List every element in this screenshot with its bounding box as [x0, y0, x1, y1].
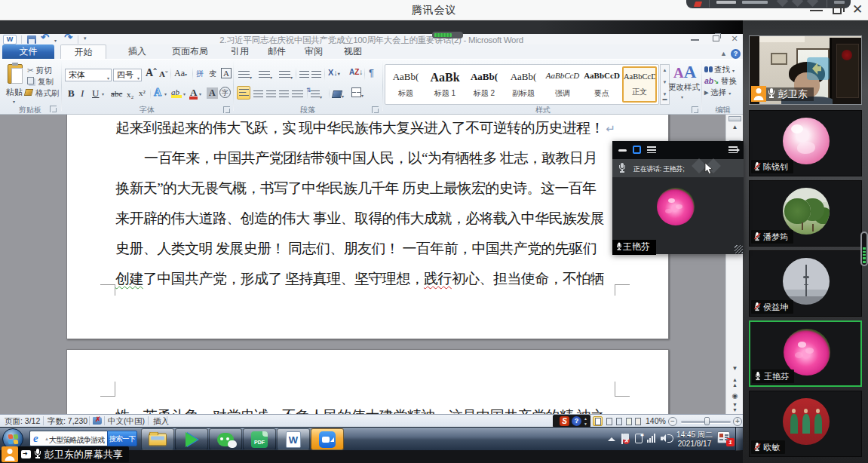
participant-tile[interactable]: 潘梦筠 [749, 180, 862, 247]
taskbar-meeting-button[interactable] [311, 428, 344, 450]
tab-mailings[interactable]: 邮件 [259, 44, 295, 59]
volume-icon[interactable] [661, 434, 671, 443]
language-indicator[interactable]: 中文(中国) [108, 416, 145, 426]
collapse-icon[interactable]: ▼ [584, 422, 587, 426]
annotation-tool-icon[interactable] [792, 0, 804, 7]
gallery-more-icon[interactable]: ▼▬ [661, 92, 669, 101]
word-count[interactable]: 字数: 7,230 [48, 416, 87, 426]
word-minimize-button[interactable] [691, 39, 699, 41]
show-desktop-button[interactable] [735, 428, 743, 451]
tab-file[interactable]: 文件 [2, 44, 54, 59]
text-effects-dropdown[interactable]: ▾ [164, 91, 167, 97]
font-color-dropdown[interactable]: ▾ [199, 91, 201, 97]
style-normal-selected[interactable]: AaBbCcDd正文 [622, 66, 657, 103]
panel-resize-handle[interactable] [735, 245, 743, 253]
increase-indent-button[interactable] [311, 69, 321, 82]
character-shading-button[interactable]: A [207, 87, 218, 99]
participant-tile[interactable]: 侯益坤 [749, 250, 862, 317]
search-text[interactable]: 大型策略战争游戏 [49, 435, 105, 446]
tab-insert[interactable]: 插入 [119, 44, 155, 59]
styles-dialog-launcher[interactable] [692, 106, 698, 113]
taskbar-video-app-button[interactable] [175, 428, 208, 450]
shrink-font-button[interactable]: Aˇ [159, 69, 168, 78]
borders-button[interactable]: ▾ [351, 87, 363, 100]
change-styles-dropdown[interactable]: ▾ [681, 94, 683, 100]
shading-button[interactable]: ▾ [333, 87, 344, 101]
asian-layout-button[interactable]: X↓▾ [328, 68, 340, 77]
show-marks-button[interactable]: ¶ [369, 67, 374, 78]
decrease-indent-button[interactable] [299, 69, 309, 82]
multilevel-list-button[interactable]: ▾ [279, 69, 293, 82]
phonetic-guide-button[interactable]: 拼 [196, 69, 204, 79]
web-layout-view-button[interactable] [614, 416, 624, 426]
underline-dropdown[interactable]: ▾ [102, 91, 104, 97]
gallery-up-icon[interactable]: ▲ [661, 68, 669, 72]
font-color-button[interactable]: A [190, 87, 197, 99]
numbering-button[interactable]: ▾ [259, 69, 272, 82]
annotation-tool-icon[interactable] [807, 0, 819, 7]
tab-page-layout[interactable]: 页面布局 [155, 44, 225, 59]
tab-review[interactable]: 审阅 [295, 44, 333, 59]
scroll-up-icon[interactable]: ▲ [728, 124, 742, 130]
participant-tile[interactable]: 彭卫东 [749, 35, 862, 105]
paste-dropdown[interactable]: ▾ [13, 99, 15, 104]
style-keypoint[interactable]: AaBbCcD要点 [583, 66, 621, 103]
underline-button[interactable]: U [92, 87, 99, 100]
char-scale-button[interactable]: 变 [209, 69, 216, 79]
print-layout-view-button[interactable] [593, 416, 603, 426]
select-button[interactable]: ▸ 选择 ▾ [704, 87, 731, 97]
bullets-button[interactable]: ▾ [238, 69, 252, 82]
panel-menu-icon[interactable] [647, 146, 656, 153]
tab-home[interactable]: 开始 [60, 44, 106, 59]
sort-button[interactable]: AZ↓ [349, 68, 363, 76]
clipboard-dialog-launcher[interactable] [50, 106, 57, 112]
replace-button[interactable]: ab↘ 替换 [704, 76, 737, 86]
justify-button[interactable] [279, 88, 289, 102]
align-center-button[interactable] [253, 88, 263, 102]
style-emphasis[interactable]: AaBbCcD强调 [544, 66, 581, 103]
tray-expand-icon[interactable] [608, 437, 615, 441]
zoom-level[interactable]: 140% [646, 416, 666, 426]
highlight-dropdown[interactable]: ▾ [183, 91, 186, 97]
draft-view-button[interactable] [633, 416, 643, 426]
tray-app-icon[interactable] [635, 434, 643, 443]
minimize-button[interactable] [810, 10, 823, 11]
tray-clock[interactable]: 14:45 周二 2021/8/17 [676, 431, 713, 449]
tab-view[interactable]: 视图 [334, 44, 372, 59]
paragraph-dialog-launcher[interactable] [372, 106, 379, 113]
taskbar-pdf-button[interactable]: PDF [243, 428, 276, 450]
annotation-toolbar[interactable] [686, 0, 851, 8]
restore-button[interactable] [833, 7, 842, 14]
italic-button[interactable]: I [81, 87, 84, 100]
taskbar-search-box[interactable]: e ▲ 大型策略战争游戏 [29, 431, 107, 446]
network-icon[interactable] [647, 434, 657, 443]
align-right-button[interactable] [266, 88, 276, 102]
panel-maximize-icon[interactable] [633, 146, 641, 154]
spellcheck-icon[interactable] [93, 417, 102, 425]
split-handle[interactable] [728, 116, 741, 121]
grow-font-button[interactable]: Aˆ [146, 67, 157, 79]
find-button[interactable]: 查找 ▾ [704, 65, 735, 75]
word-restore-button[interactable] [713, 35, 719, 41]
line-spacing-button[interactable]: ⇅▾ [311, 88, 322, 102]
next-page-icon[interactable]: ▼▼ [728, 402, 742, 412]
notification-icon[interactable]: 1 [717, 431, 730, 443]
help-icon[interactable]: ? [731, 49, 741, 59]
taskbar-wechat-button[interactable] [209, 428, 242, 450]
expand-icon[interactable]: ▲ [584, 416, 587, 421]
scroll-down-icon[interactable]: ▼ [728, 365, 742, 372]
word-close-button[interactable]: ✕ [728, 32, 741, 44]
fullscreen-view-button[interactable] [604, 416, 614, 426]
distribute-button[interactable] [292, 88, 303, 102]
change-case-button[interactable]: Aa▾ [174, 68, 187, 79]
enclose-character-button[interactable]: 字 [219, 87, 231, 98]
minimize-ribbon-icon[interactable]: ▲ [720, 50, 727, 57]
sogou-icon[interactable]: S [560, 416, 569, 426]
bold-button[interactable]: B [68, 87, 75, 100]
change-styles-button[interactable]: 更改样式 [667, 82, 701, 93]
participant-tile-speaking[interactable]: 王艳芬 [749, 320, 862, 387]
paste-icon[interactable] [8, 64, 23, 84]
zoom-slider-thumb[interactable] [704, 417, 710, 425]
zoom-in-button[interactable]: + [733, 417, 742, 426]
page-indicator[interactable]: 页面: 3/12 [5, 416, 40, 426]
